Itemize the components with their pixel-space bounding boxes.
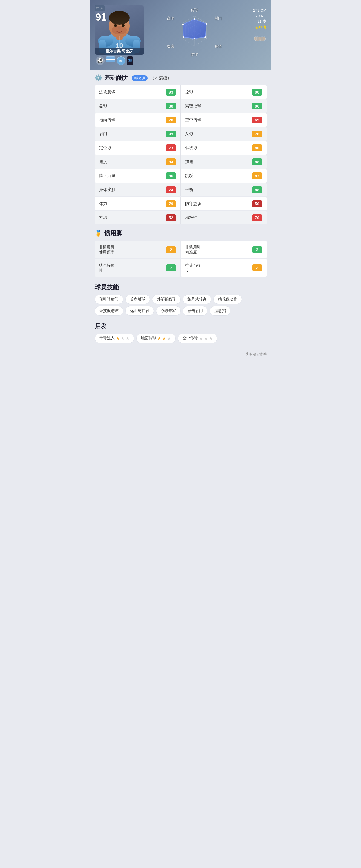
stat-value-left: 93 [166,130,176,137]
footer: 头条 @叔伽类 [90,350,271,359]
section-title-basic: ⚙️ 基础能力 1级数据 （21满级） [95,74,267,82]
foot-value: 7 [166,264,176,271]
stat-name-left: 身体接触 [99,187,116,192]
stats-container: 进攻意识 93 控球 88 盘球 88 紧密控球 86 地面传球 78 空中传球 [95,85,267,224]
stat-value-left: 74 [166,186,176,193]
lineup-title: 启发 [95,322,267,330]
stat-cell-right: 空中传球 69 [181,113,267,127]
foot-section-icon: 🥇 [95,230,102,237]
svg-point-5 [114,24,117,27]
stat-name-right: 加速 [185,159,193,164]
star-empty: ★ [121,336,124,341]
stat-value-right: 78 [252,130,262,137]
basic-ability-section: ⚙️ 基础能力 1级数据 （21满级） 进攻意识 93 控球 88 盘球 88 … [90,69,271,227]
stat-name-right: 头球 [185,131,193,136]
stat-cell-left: 定位球 73 [95,141,181,155]
stat-cell-left: 身体接触 74 [95,183,181,196]
skill-tag: 落叶球射门 [95,295,123,304]
skills-title: 球员技能 [95,283,267,291]
star-filled: ★ [157,336,161,341]
skill-tag: 外部弧线球 [152,295,181,304]
foot-value: 3 [252,246,262,253]
lineup-label: 地面传球 [141,336,156,341]
stat-value-left: 86 [166,173,176,179]
player-image-area: 中锋 91 [95,5,144,65]
lineup-row: 带球过人★★★地面传球★★★空中传球★★★ [95,334,267,343]
stats-row: 地面传球 78 空中传球 69 [95,113,267,127]
stat-value-right: 88 [252,89,262,95]
lineup-tag: 地面传球★★★ [136,334,176,343]
foot-title: 🥇 惯用脚 [95,229,267,238]
basic-ability-icon: ⚙️ [95,74,102,82]
stat-cell-left: 进攻意识 93 [95,85,181,99]
stat-name-left: 射门 [99,131,107,136]
team-logo: MC [117,56,125,65]
stat-value-left: 84 [166,158,176,165]
stat-value-right: 83 [252,173,262,179]
star-filled: ★ [116,336,120,341]
lineup-label: 空中传球 [183,336,198,341]
stat-cell-right: 跳跃 83 [181,169,267,183]
stat-cell-right: 防守意识 50 [181,197,267,211]
stats-row: 进攻意识 93 控球 88 [95,85,267,99]
stats-row: 射门 93 头球 78 [95,127,267,141]
lineup-section: 启发 带球过人★★★地面传球★★★空中传球★★★ [90,320,271,350]
svg-rect-28 [254,37,257,40]
svg-rect-30 [263,37,265,40]
stats-row: 脚下力量 86 跳跃 83 [95,169,267,183]
skills-grid: 落叶球射门首次射球外部弧线球施丹式转身插花假动作杂技般进球远距离抽射点球专家截击… [95,295,267,315]
stat-cell-left: 抢球 52 [95,211,181,224]
foot-grid: 非惯用脚使用频率 2 非惯用脚精准度 3 状态持续性 7 抗受伤程度 2 [95,241,267,277]
stat-name-left: 抢球 [99,215,107,220]
foot-icon [245,33,267,43]
foot-label: 状态持续性 [99,263,114,273]
stat-name-left: 脚下力量 [99,173,116,178]
stat-cell-right: 积极性 70 [181,211,267,224]
stat-name-left: 盘球 [99,103,107,108]
svg-marker-20 [183,19,206,39]
stat-cell-right: 弧线球 80 [181,141,267,155]
stats-row: 速度 84 加速 88 [95,155,267,168]
stat-cell-right: 头球 78 [181,127,267,141]
svg-point-23 [205,36,206,38]
player-weight: 70 KG [245,14,267,18]
level-badge: 1级数据 [132,75,148,81]
stats-row: 抢球 52 积极性 70 [95,211,267,224]
player-age: 31 岁 [245,19,267,24]
svg-point-26 [182,24,184,25]
stat-name-right: 空中传球 [185,117,202,123]
foot-value: 2 [252,264,262,271]
star-empty: ★ [209,336,213,341]
stat-name-right: 防守意识 [185,201,202,206]
skill-tag: 远距离抽射 [125,306,154,315]
player-rating: 91 [95,11,107,23]
stat-value-right: 88 [252,158,262,165]
player-stats-right: 173 CM 70 KG 31 岁 偷猎者 [245,5,267,43]
stat-name-right: 弧线球 [185,145,197,151]
star-empty: ★ [199,336,203,341]
stat-value-left: 52 [166,214,176,221]
foot-value: 2 [166,246,176,253]
stat-name-left: 速度 [99,159,107,164]
foot-item: 非惯用脚使用频率 2 [95,241,180,258]
stat-value-left: 93 [166,89,176,95]
skill-tag: 点球专家 [156,306,181,315]
skill-tag: 截击射门 [183,306,207,315]
skill-tag: 杂技般进球 [95,306,123,315]
lineup-label: 带球过人 [99,336,115,341]
foot-title-text: 惯用脚 [104,229,122,238]
star-empty: ★ [204,336,208,341]
svg-point-4 [112,26,127,34]
stat-cell-left: 盘球 88 [95,99,181,113]
stat-name-left: 地面传球 [99,117,116,123]
star-filled: ★ [162,336,166,341]
stats-row: 定位球 73 弧线球 80 [95,141,267,155]
foot-item: 抗受伤程度 2 [181,259,267,276]
stats-row: 体力 79 防守意识 50 [95,197,267,211]
level-note: （21满级） [150,75,171,81]
stat-name-left: 进攻意识 [99,90,116,95]
stat-name-right: 跳跃 [185,173,193,178]
lineup-tag: 带球过人★★★ [95,334,134,343]
stat-value-left: 73 [166,145,176,151]
radar-area: 传球 射门 身体 防守 速度 盘球 [147,5,241,57]
